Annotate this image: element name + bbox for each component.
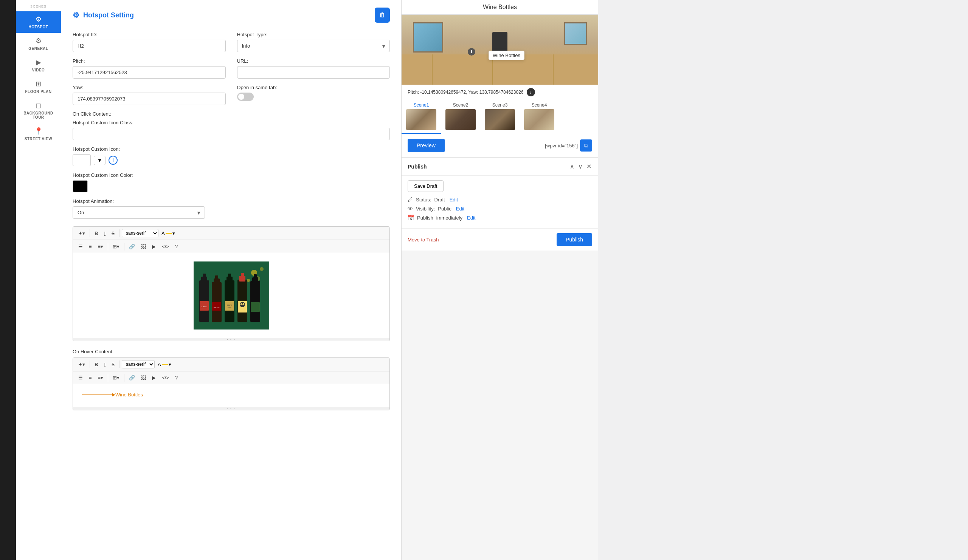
- toolbar-font-select[interactable]: sans-serif serif monospace: [122, 229, 158, 237]
- toolbar-table-btn[interactable]: ⊞▾: [110, 243, 122, 251]
- publish-expand-down-btn[interactable]: ∨: [577, 162, 583, 171]
- sidebar-item-video[interactable]: ▶ VIDEO: [16, 55, 61, 76]
- panel-title-text: Hotspot Setting: [83, 12, 134, 19]
- toolbar-bold-btn[interactable]: B: [92, 230, 100, 237]
- delete-button[interactable]: 🗑: [375, 8, 390, 23]
- sidebar-item-floor-plan[interactable]: ⊞ FLOOR PLAN: [16, 76, 61, 97]
- animation-select[interactable]: On Off: [73, 206, 205, 219]
- preview-image-wrap: Wine Bottles ℹ Wine Bottles Pitch:: [401, 0, 598, 99]
- custom-icon-preview: [73, 154, 91, 166]
- toolbar-help-btn[interactable]: ?: [173, 243, 180, 251]
- custom-icon-info-btn[interactable]: i: [109, 156, 118, 165]
- on-hover-toolbar-color-btn[interactable]: A ▾: [156, 361, 173, 368]
- custom-icon-dropdown-btn[interactable]: ▼: [94, 156, 106, 165]
- url-input[interactable]: [237, 66, 390, 79]
- save-draft-button[interactable]: Save Draft: [408, 180, 444, 192]
- scene-tab-1[interactable]: Scene1: [401, 99, 441, 134]
- hover-color-underline: [162, 364, 168, 365]
- on-click-editor-resize[interactable]: • • •: [73, 338, 390, 341]
- on-hover-toolbar-strikethrough-btn[interactable]: S̶: [109, 360, 117, 368]
- sep2: [119, 230, 119, 237]
- download-icon[interactable]: ↓: [527, 88, 535, 96]
- preview-button[interactable]: Preview: [408, 139, 445, 152]
- toolbar-ul-btn[interactable]: ☰: [76, 243, 85, 251]
- on-click-editor-box: ✦▾ B I S̶ sans-serif serif monospace A ▾: [73, 226, 390, 341]
- publish-footer: Move to Trash Publish: [401, 228, 598, 251]
- hotspot-id-input[interactable]: [73, 40, 226, 52]
- toolbar-code-btn[interactable]: </>: [159, 243, 171, 251]
- preview-row: Preview [wpvr id="156"] ⧉: [401, 134, 598, 157]
- toolbar-ol-btn[interactable]: ≡: [86, 243, 94, 251]
- publish-controls: ∧ ∨ ✕: [569, 162, 592, 171]
- on-hover-toolbar-magic-btn[interactable]: ✦▾: [76, 360, 87, 368]
- background-tour-icon: ◻: [36, 101, 41, 109]
- publish-expand-up-btn[interactable]: ∧: [569, 162, 575, 171]
- on-hover-align-btn[interactable]: ≡▾: [96, 374, 106, 382]
- visibility-edit-link[interactable]: Edit: [456, 206, 464, 211]
- on-hover-table-btn[interactable]: ⊞▾: [110, 374, 122, 382]
- hotspot-type-select[interactable]: Info Link Navigation Custom: [237, 40, 390, 52]
- svg-point-26: [240, 303, 242, 304]
- url-group: URL:: [237, 58, 390, 79]
- sidebar-item-street-view[interactable]: 📍 STREET VIEW: [16, 123, 61, 145]
- sidebar-item-hotspot[interactable]: ⚙ HOTSPOT: [16, 12, 61, 33]
- toolbar-color-btn[interactable]: A ▾: [160, 230, 177, 237]
- toolbar-align-btn[interactable]: ≡▾: [96, 243, 106, 251]
- on-hover-help-btn[interactable]: ?: [173, 374, 180, 382]
- scene-tab-4[interactable]: Scene4: [520, 99, 559, 134]
- nav-sidebar: SCENES ⚙ HOTSPOT ⚙ GENERAL ▶ VIDEO ⊞ FLO…: [16, 0, 61, 560]
- on-hover-media-btn[interactable]: ▶: [150, 374, 158, 382]
- custom-icon-class-input[interactable]: [73, 128, 390, 140]
- publish-title: Publish: [408, 164, 427, 170]
- on-hover-toolbar-row2: ☰ ≡ ≡▾ ⊞▾ 🔗 🖼 ▶ </> ?: [73, 371, 390, 384]
- svg-point-27: [243, 303, 244, 304]
- copy-shortcode-btn[interactable]: ⧉: [580, 139, 592, 152]
- yaw-group: Yaw:: [73, 85, 226, 105]
- on-hover-code-btn[interactable]: </>: [159, 374, 171, 382]
- on-hover-image-btn[interactable]: 🖼: [139, 374, 148, 382]
- toggle-row: [237, 93, 390, 101]
- on-hover-toolbar-bold-btn[interactable]: B: [92, 360, 100, 368]
- publish-close-btn[interactable]: ✕: [586, 162, 592, 171]
- toolbar-image-btn[interactable]: 🖼: [139, 243, 148, 251]
- on-click-editor-section: ✦▾ B I S̶ sans-serif serif monospace A ▾: [73, 226, 390, 341]
- yaw-input[interactable]: [73, 93, 226, 105]
- color-swatch[interactable]: [73, 180, 88, 192]
- status-edit-link[interactable]: Edit: [449, 197, 458, 203]
- publish-time-edit-link[interactable]: Edit: [467, 215, 475, 221]
- toolbar-magic-btn[interactable]: ✦▾: [76, 230, 87, 237]
- scenes-label: SCENES: [30, 3, 46, 12]
- sidebar-item-general[interactable]: ⚙ GENERAL: [16, 33, 61, 55]
- on-hover-ul-btn[interactable]: ☰: [76, 374, 85, 382]
- on-hover-toolbar-row1: ✦▾ B I S̶ sans-serif serif A ▾: [73, 358, 390, 371]
- sidebar-item-background-tour[interactable]: ◻ BACKGROUND TOUR: [16, 97, 61, 123]
- toolbar-link-btn[interactable]: 🔗: [127, 243, 137, 251]
- window-left: [413, 22, 443, 53]
- open-same-tab-toggle[interactable]: [237, 93, 254, 101]
- open-same-tab-group: Open in same tab:: [237, 85, 390, 105]
- on-hover-toolbar-italic-btn[interactable]: I: [102, 360, 108, 368]
- animation-label: Hotspot Animation:: [73, 198, 390, 204]
- on-click-editor-content[interactable]: JONES MALBEC: [73, 253, 390, 338]
- on-hover-editor-content[interactable]: Wine Bottles: [73, 384, 390, 407]
- toolbar-italic-btn[interactable]: I: [102, 230, 108, 237]
- on-hover-editor-resize[interactable]: • • •: [73, 407, 390, 410]
- general-label: GENERAL: [28, 46, 48, 51]
- toolbar-media-btn[interactable]: ▶: [150, 243, 158, 251]
- scene-tab-3[interactable]: Scene3: [480, 99, 520, 134]
- publish-submit-button[interactable]: Publish: [557, 233, 592, 246]
- svg-rect-7: [203, 274, 206, 278]
- toolbar-underline-btn[interactable]: S̶: [109, 230, 117, 237]
- hotspot-dot: ℹ: [468, 48, 475, 56]
- url-label: URL:: [237, 58, 390, 64]
- pitch-input[interactable]: [73, 66, 226, 79]
- on-hover-editor-box: ✦▾ B I S̶ sans-serif serif A ▾: [73, 357, 390, 410]
- move-to-trash-button[interactable]: Move to Trash: [408, 237, 439, 243]
- scene-tab-2[interactable]: Scene2: [441, 99, 480, 134]
- scene4-name: Scene4: [532, 102, 547, 108]
- on-hover-ol-btn[interactable]: ≡: [86, 374, 94, 382]
- on-hover-toolbar-font-select[interactable]: sans-serif serif: [122, 360, 155, 368]
- main-content: ⚙ Hotspot Setting 🗑 Hotspot ID: Hotspot-…: [61, 0, 968, 560]
- on-hover-link-btn[interactable]: 🔗: [127, 374, 137, 382]
- scene-tabs-container: Scene1 Scene2 Scene3 Scene4: [401, 99, 598, 134]
